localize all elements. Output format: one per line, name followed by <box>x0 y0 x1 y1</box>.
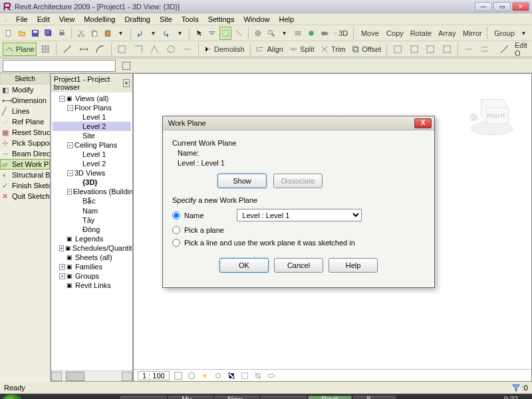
expand-icon[interactable]: + <box>59 245 64 251</box>
option-ref-plane[interactable]: ⟋Ref Plane <box>0 116 50 127</box>
sk2-button[interactable] <box>131 43 146 56</box>
menu-site[interactable]: Site <box>156 15 176 23</box>
offset-button[interactable]: Offset <box>349 43 384 56</box>
new-button[interactable] <box>3 27 15 40</box>
redo-dropdown[interactable]: ▾ <box>174 27 186 40</box>
zoom-dropdown[interactable]: ▾ <box>279 27 291 40</box>
sk5-button[interactable] <box>180 43 194 56</box>
dialog-close-button[interactable]: X <box>414 118 432 128</box>
expand-icon[interactable]: + <box>59 264 65 270</box>
expand-icon[interactable]: − <box>59 96 65 102</box>
arc-tool[interactable] <box>92 43 107 56</box>
scroll-left-button[interactable] <box>51 372 62 381</box>
tree-item[interactable]: Level 1 <box>53 112 131 122</box>
close-button[interactable]: ✕ <box>512 2 529 11</box>
tree-item[interactable]: −Ceiling Plans <box>53 140 131 150</box>
browser-tree[interactable]: −▣Views (all)−Floor PlansLevel 1Level 2S… <box>51 92 132 370</box>
ex3-button[interactable] <box>423 43 438 56</box>
type-props-button[interactable] <box>118 59 134 72</box>
menu-modelling[interactable]: Modelling <box>80 15 119 23</box>
viewcube[interactable]: RIGHT <box>465 86 519 140</box>
option-reset-structura[interactable]: ▦Reset Structura <box>0 127 50 138</box>
taskbar-item[interactable]: Revit A... <box>308 396 352 399</box>
editopt-button[interactable]: Edit O <box>494 43 529 56</box>
group-dropdown[interactable]: ▾ <box>517 27 529 40</box>
option-structural-bean[interactable]: ⫞Structural Bean <box>0 170 50 180</box>
align-button[interactable]: Align <box>253 43 285 56</box>
cut-button[interactable] <box>75 27 87 40</box>
tree-item[interactable]: Tây <box>53 215 131 225</box>
option-dimension[interactable]: ⟷Dimension <box>0 95 50 106</box>
help-button[interactable]: Help <box>329 258 378 273</box>
menu-settings[interactable]: Settings <box>204 15 239 23</box>
hide-icon[interactable] <box>253 371 263 380</box>
expand-icon[interactable]: − <box>67 170 73 176</box>
open-button[interactable] <box>16 27 28 40</box>
show-button[interactable]: Show <box>217 174 267 188</box>
tree-item[interactable]: ▣Revit Links <box>53 281 131 290</box>
shadows-icon[interactable] <box>213 371 223 380</box>
option-finish-sketch[interactable]: ✓Finish Sketch <box>0 180 50 191</box>
ok-button[interactable]: OK <box>219 258 269 273</box>
zoom-button[interactable] <box>265 27 277 40</box>
plane-button[interactable]: Plane <box>3 43 37 56</box>
demolish-button[interactable]: Demolish <box>202 43 247 56</box>
undo-dropdown[interactable]: ▾ <box>147 27 159 40</box>
option-modify[interactable]: ◧Modify <box>0 84 50 95</box>
menu-file[interactable]: File <box>12 15 32 23</box>
camera-button[interactable] <box>319 27 331 40</box>
taskbar-item[interactable]: Vimua.c... <box>120 396 167 399</box>
start-button[interactable] <box>1 394 23 399</box>
saveall-button[interactable] <box>43 27 55 40</box>
option-beam-direction[interactable]: ↔Beam Direction <box>0 148 50 159</box>
print-button[interactable] <box>56 27 68 40</box>
radio-pick[interactable] <box>172 226 180 234</box>
mirror-button[interactable]: Mirror <box>459 27 483 40</box>
option-set-work-plane[interactable]: ▱Set Work Plane <box>0 159 50 170</box>
save-button[interactable] <box>29 27 41 40</box>
tree-item[interactable]: Level 1 <box>53 150 131 159</box>
region-button[interactable] <box>219 27 231 40</box>
menu-tools[interactable]: Tools <box>178 15 203 23</box>
tree-item[interactable]: −▣Views (all) <box>53 94 131 103</box>
option-lines[interactable]: ╱Lines <box>0 106 50 116</box>
scroll-thumb[interactable] <box>66 372 84 381</box>
sk3-button[interactable] <box>147 43 162 56</box>
option-pick-supports[interactable]: ⊹Pick Supports <box>0 138 50 148</box>
taskbar-item[interactable]: New Mi... <box>214 396 259 399</box>
ex4-button[interactable] <box>440 43 454 56</box>
move-button[interactable]: Move <box>357 27 381 40</box>
expand-icon[interactable]: − <box>67 105 73 111</box>
sun-path-icon[interactable] <box>200 371 209 380</box>
group-button[interactable]: Group <box>491 27 516 40</box>
taskbar-item[interactable]: 8 - Paint <box>353 396 395 399</box>
line-tool[interactable] <box>60 43 74 56</box>
minimize-button[interactable]: — <box>475 2 492 11</box>
radio-name[interactable] <box>172 211 180 219</box>
rotate-button[interactable]: Rotate <box>407 27 433 40</box>
dissociate-button[interactable]: Dissociate <box>273 174 323 188</box>
ex5-button[interactable] <box>462 43 476 56</box>
tree-item[interactable]: Level 2 <box>53 159 131 168</box>
menu-window[interactable]: Window <box>239 15 273 23</box>
ex2-button[interactable] <box>407 43 422 56</box>
taskbar-item[interactable]: My Pict... <box>168 396 213 399</box>
undo-button[interactable] <box>134 27 146 40</box>
dynview-button[interactable] <box>252 27 264 40</box>
crop-region-icon[interactable] <box>240 371 249 380</box>
tree-item[interactable]: Level 2 <box>53 122 131 131</box>
tree-item[interactable]: +▣Groups <box>53 271 131 281</box>
expand-icon[interactable]: + <box>59 273 65 279</box>
tree-item[interactable]: −Floor Plans <box>53 103 131 112</box>
browser-scrollbar-h[interactable] <box>51 370 132 381</box>
scroll-right-button[interactable] <box>122 372 132 381</box>
ex6-button[interactable] <box>477 43 492 56</box>
option-quit-sketch[interactable]: ✕Quit Sketch <box>0 191 50 201</box>
filter-icon[interactable] <box>511 383 521 392</box>
tree-item[interactable]: Nam <box>53 206 131 215</box>
paste-button[interactable] <box>102 27 114 40</box>
filter-button[interactable] <box>206 27 218 40</box>
sk1-button[interactable] <box>114 43 129 56</box>
expand-icon[interactable]: − <box>67 189 72 195</box>
split-button[interactable]: Split <box>287 43 317 56</box>
